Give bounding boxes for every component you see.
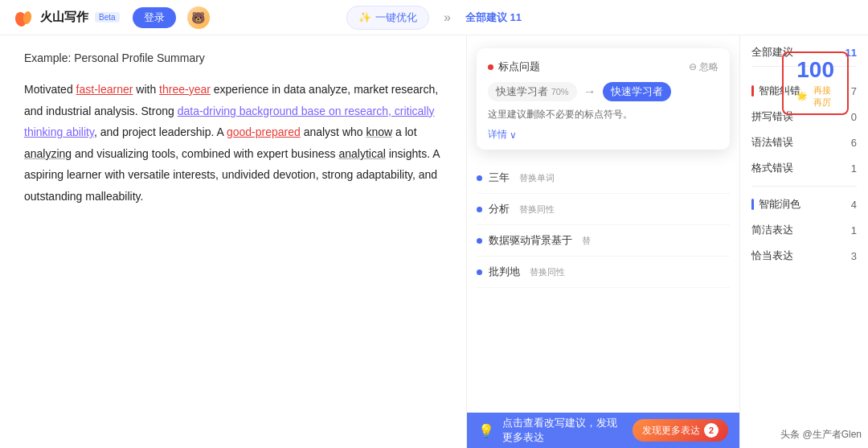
header-center: ✨ 一键优化 » 全部建议 11 bbox=[346, 6, 522, 30]
word-suggested[interactable]: 快速学习者 bbox=[603, 82, 671, 101]
optimize-icon: ✨ bbox=[358, 11, 371, 23]
list-item[interactable]: 分析 替换同性 bbox=[477, 194, 730, 225]
score-emoji: 🌟 bbox=[796, 91, 808, 101]
main-content: Example: Personal Profile Summary Motiva… bbox=[0, 35, 868, 448]
suggestions-panel: 标点问题 ⊖ 忽略 快速学习者 70% → 快速学习者 这里建议删除不必要的标点… bbox=[466, 35, 739, 448]
card-dot bbox=[488, 64, 493, 70]
header: 火山写作 Beta 登录 🐻 ✨ 一键优化 » 全部建议 11 bbox=[0, 0, 868, 35]
card-header: 标点问题 ⊖ 忽略 bbox=[488, 60, 719, 74]
logo-icon bbox=[13, 6, 35, 29]
document-title: Example: Personal Profile Summary bbox=[24, 51, 442, 64]
discover-count: 2 bbox=[704, 423, 719, 438]
ignore-icon: ⊖ bbox=[689, 61, 697, 72]
sidebar-item-concise[interactable]: 简洁表达 1 bbox=[751, 217, 857, 243]
score-number: 100 bbox=[796, 58, 834, 83]
optimize-label: 一键优化 bbox=[375, 10, 417, 25]
ignore-button[interactable]: ⊖ 忽略 bbox=[689, 60, 719, 74]
smart-color-bar bbox=[751, 199, 754, 210]
discover-button[interactable]: 发现更多表达 2 bbox=[633, 419, 728, 442]
item-dot bbox=[477, 269, 482, 275]
login-button[interactable]: 登录 bbox=[133, 7, 176, 28]
spell-error-count: 0 bbox=[851, 111, 857, 123]
more-button[interactable]: » bbox=[439, 9, 456, 27]
sidebar-item-grammar-error[interactable]: 语法错误 6 bbox=[751, 129, 857, 155]
list-item[interactable]: 数据驱动背景基于 替 bbox=[477, 225, 730, 257]
avatar-button[interactable]: 🐻 bbox=[187, 6, 210, 29]
score-box: 100 🌟 再接再厉 bbox=[782, 51, 849, 115]
concise-label: 简洁表达 bbox=[751, 223, 793, 237]
word-options: 快速学习者 70% → 快速学习者 bbox=[488, 82, 719, 101]
item-dot bbox=[477, 207, 482, 212]
document-content: Motivated fast-learner with three-year e… bbox=[24, 79, 442, 208]
beta-badge: Beta bbox=[95, 12, 120, 23]
proper-label: 恰当表达 bbox=[751, 249, 793, 263]
card-tag-text: 标点问题 bbox=[498, 60, 540, 74]
sidebar-item-smart-color[interactable]: 智能润色 4 bbox=[751, 191, 857, 217]
suggestion-list: 三年 替换单词 分析 替换同性 数据驱动背景基于 替 批判地 替换同性 bbox=[467, 162, 739, 288]
smart-correct-bar bbox=[751, 85, 754, 97]
word-original: 快速学习者 70% bbox=[488, 82, 577, 101]
card-tag: 标点问题 bbox=[488, 60, 540, 74]
list-item[interactable]: 三年 替换单词 bbox=[477, 162, 730, 194]
highlight-analytical[interactable]: analytical bbox=[338, 147, 385, 160]
bottom-banner: 💡 点击查看改写建议，发现更多表达 发现更多表达 2 bbox=[467, 413, 739, 448]
suggestions-count: 全部建议 11 bbox=[465, 10, 522, 25]
logo-area: 火山写作 Beta 登录 🐻 bbox=[13, 6, 210, 29]
grammar-error-label: 语法错误 bbox=[751, 135, 793, 150]
sidebar-item-format-error[interactable]: 格式错误 1 bbox=[751, 155, 857, 181]
section-divider bbox=[751, 186, 857, 187]
detail-chevron: ∨ bbox=[510, 129, 517, 141]
smart-color-count: 4 bbox=[851, 199, 857, 211]
grammar-error-count: 6 bbox=[851, 137, 857, 149]
discover-label: 发现更多表达 bbox=[642, 424, 700, 438]
item-text: 数据驱动背景基于 bbox=[489, 233, 572, 248]
item-text: 批判地 bbox=[489, 265, 520, 279]
sidebar-item-proper[interactable]: 恰当表达 3 bbox=[751, 243, 857, 269]
item-tag: 替换单词 bbox=[519, 172, 555, 184]
concise-count: 1 bbox=[851, 224, 857, 236]
smart-correct-count: 7 bbox=[851, 85, 857, 97]
highlight-good-prepared[interactable]: good-prepared bbox=[227, 125, 301, 138]
item-dot bbox=[477, 238, 482, 244]
watermark: 头条 @生产者Glen bbox=[780, 428, 862, 442]
item-tag: 替换同性 bbox=[519, 203, 555, 216]
banner-text: 点击查看改写建议，发现更多表达 bbox=[502, 416, 624, 445]
format-error-label: 格式错误 bbox=[751, 161, 793, 175]
banner-icon: 💡 bbox=[478, 423, 494, 438]
list-item[interactable]: 批判地 替换同性 bbox=[477, 257, 730, 288]
proper-count: 3 bbox=[851, 250, 857, 262]
item-tag: 替 bbox=[582, 235, 591, 247]
suggestion-card: 标点问题 ⊖ 忽略 快速学习者 70% → 快速学习者 这里建议删除不必要的标点… bbox=[477, 48, 730, 150]
highlight-know[interactable]: know bbox=[366, 125, 392, 138]
app-name: 火山写作 bbox=[40, 10, 88, 25]
card-description: 这里建议删除不必要的标点符号。 bbox=[488, 108, 719, 121]
score-text: 再接再厉 bbox=[810, 84, 834, 109]
highlight-analyzing[interactable]: analyzing bbox=[24, 147, 72, 160]
highlight-fast-learner[interactable]: fast-learner bbox=[76, 83, 133, 96]
arrow-icon: → bbox=[583, 84, 596, 99]
detail-label: 详情 bbox=[488, 128, 507, 142]
item-tag: 替换同性 bbox=[530, 266, 565, 278]
format-error-count: 1 bbox=[851, 162, 857, 175]
score-label: 🌟 再接再厉 bbox=[796, 84, 834, 109]
detail-button[interactable]: 详情 ∨ bbox=[488, 128, 719, 142]
smart-color-label: 智能润色 bbox=[751, 197, 800, 212]
editor-area: Example: Personal Profile Summary Motiva… bbox=[0, 35, 466, 448]
item-dot bbox=[477, 175, 482, 181]
highlight-three-year[interactable]: three-year bbox=[159, 83, 211, 96]
item-text: 三年 bbox=[489, 171, 510, 185]
item-text: 分析 bbox=[489, 202, 510, 216]
optimize-button[interactable]: ✨ 一键优化 bbox=[346, 6, 429, 30]
ignore-label: 忽略 bbox=[699, 60, 719, 74]
